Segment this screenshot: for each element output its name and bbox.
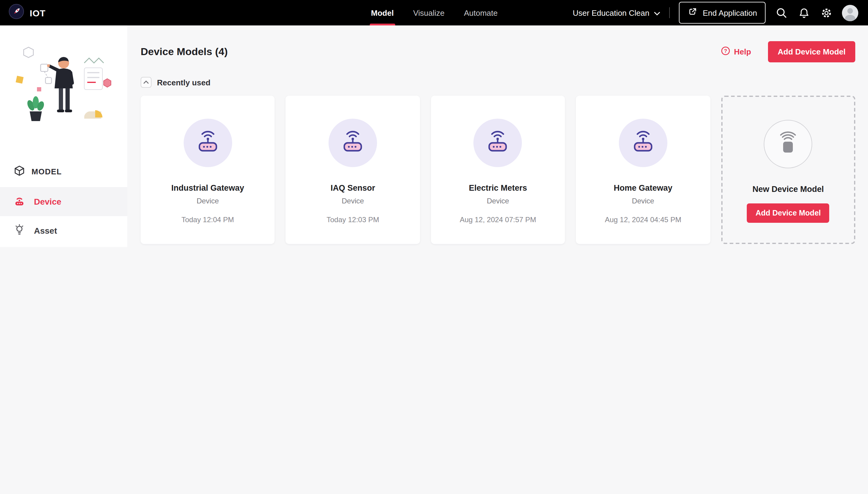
recent-card-industrial-gateway[interactable]: Industrial Gateway Device Today 12:04 PM [141,96,275,244]
router-icon [630,130,656,156]
card-last-used: Today 12:04 PM [182,215,234,224]
page: IOT Model Visualize Automate User Educat… [0,0,868,247]
card-model-name: IAQ Sensor [331,184,375,192]
device-icon [13,195,25,209]
sidebar-item-asset[interactable]: Asset [0,216,127,245]
recently-used-cards: Industrial Gateway Device Today 12:04 PM [141,96,855,244]
sidebar-item-label: Asset [34,226,57,235]
app: IOT Model Visualize Automate User Educat… [0,0,868,247]
add-device-model-button[interactable]: Add Device Model [768,41,855,62]
sidebar: MODEL Device [0,25,127,247]
svg-text:?: ? [724,48,727,54]
app-selector[interactable]: User Education Clean [573,8,661,17]
card-model-name: Industrial Gateway [171,184,244,192]
main-content: Device Models (4) ? Help Add Device Mode… [127,25,868,247]
topbar-divider [669,7,670,18]
settings-gear-icon[interactable] [819,6,833,19]
recent-card-home-gateway[interactable]: Home Gateway Device Aug 12, 2024 04:45 P… [576,96,710,244]
brand: IOT [8,4,46,22]
sidebar-illustration [13,42,114,132]
card-last-used: Aug 12, 2024 04:45 PM [605,215,681,224]
tab-visualize[interactable]: Visualize [412,0,446,25]
primary-nav: Model Visualize Automate [370,0,499,25]
help-link[interactable]: ? Help [721,46,751,58]
sidebar-section-label: MODEL [32,167,62,176]
card-model-type: Device [487,197,509,205]
router-icon [485,130,511,156]
recently-used-label: Recently used [157,78,210,87]
sidebar-item-location[interactable]: Location [0,245,127,247]
tab-model[interactable]: Model [370,0,395,25]
router-icon [194,130,221,156]
card-model-name: Home Gateway [614,184,672,192]
new-device-model-card: New Device Model Add Device Model [721,96,855,244]
sidebar-item-label: Device [34,197,61,206]
card-model-name: Electric Meters [469,184,527,192]
launch-icon [688,7,698,19]
device-model-icon-bg [619,119,667,167]
sidebar-item-device[interactable]: Device [0,187,127,216]
notifications-bell-icon[interactable] [797,6,810,19]
card-model-type: Device [342,197,364,205]
brand-name: IOT [30,7,46,18]
iot-logo-icon [8,4,24,22]
collapse-recently-used-button[interactable] [141,77,151,88]
device-model-icon-bg [474,119,522,167]
recent-card-iaq-sensor[interactable]: IAQ Sensor Device Today 12:03 PM [286,96,420,244]
search-icon[interactable] [775,6,788,19]
sidebar-menu: Device Asset [0,187,127,247]
app-selector-label: User Education Clean [573,8,650,17]
sidebar-section-header: MODEL [13,165,127,178]
router-icon [340,130,366,156]
add-device-model-card-button[interactable]: Add Device Model [747,204,829,223]
user-avatar[interactable] [842,4,858,21]
end-application-button[interactable]: End Application [679,2,765,24]
model-cube-icon [13,165,25,178]
topbar: IOT Model Visualize Automate User Educat… [0,0,868,25]
chevron-down-icon [654,8,661,17]
device-model-icon-bg [183,119,232,167]
wifi-device-icon [775,131,802,157]
card-model-type: Device [197,197,219,205]
card-last-used: Today 12:03 PM [326,215,379,224]
page-title: Device Models (4) [141,46,228,58]
end-application-label: End Application [703,8,757,17]
help-question-icon: ? [721,46,730,58]
card-last-used: Aug 12, 2024 07:57 PM [460,215,536,224]
help-label: Help [734,47,751,56]
new-model-title: New Device Model [753,185,824,194]
recent-card-electric-meters[interactable]: Electric Meters Device Aug 12, 2024 07:5… [431,96,565,244]
asset-bulb-icon [13,224,25,238]
card-model-type: Device [632,197,654,205]
device-model-icon-bg [328,119,377,167]
tab-automate[interactable]: Automate [463,0,499,25]
new-device-icon-bg [764,120,813,168]
topbar-right: User Education Clean End Application [573,2,858,24]
